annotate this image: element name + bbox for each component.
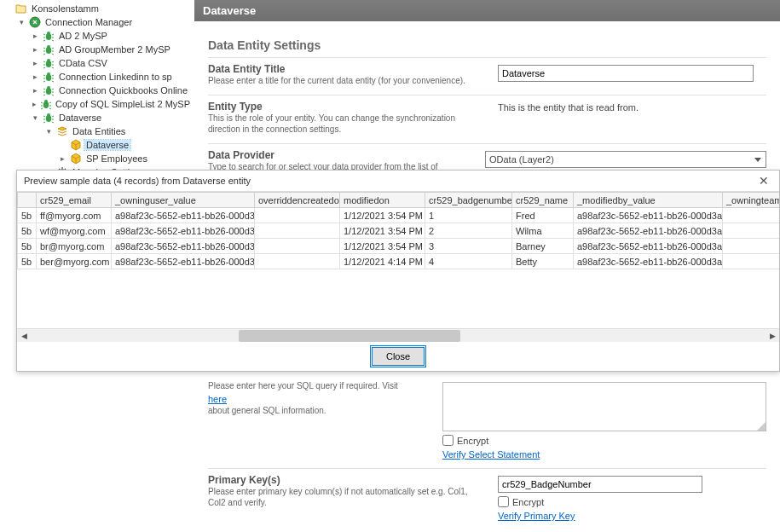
table-row[interactable]: 5bwf@myorg.coma98af23c-5652-eb11-bb26-00… bbox=[18, 223, 780, 239]
close-icon[interactable]: ✕ bbox=[755, 174, 772, 188]
column-header[interactable]: _modifiedby_value bbox=[574, 193, 723, 208]
column-header[interactable]: _owningteam_value bbox=[723, 193, 780, 208]
table-row[interactable]: 5bber@myorg.coma98af23c-5652-eb11-bb26-0… bbox=[18, 254, 780, 269]
tree-label: AD GroupMember 2 MySP bbox=[57, 44, 172, 55]
entity-title-hint: Please enter a title for the current dat… bbox=[208, 75, 481, 86]
tree-connection-item[interactable]: ▸Connection Quickbooks Online bbox=[3, 84, 192, 97]
tree-connection-item[interactable]: ▸Connection Linkedinn to sp bbox=[3, 70, 192, 84]
column-header[interactable]: cr529_name bbox=[512, 193, 574, 208]
scroll-left-icon[interactable]: ◀ bbox=[17, 329, 31, 343]
sql-textarea[interactable] bbox=[442, 382, 766, 431]
collapse-icon[interactable]: ▾ bbox=[17, 18, 26, 27]
tree-root[interactable]: ▸ Konsolenstamm bbox=[3, 2, 192, 15]
entity-title-input[interactable] bbox=[498, 65, 754, 82]
cell: a98af23c-5652-eb11-bb26-000d3aab6b87 bbox=[574, 239, 723, 254]
connection-icon bbox=[42, 29, 55, 43]
tree-label: Copy of SQL SimpleList 2 MySP bbox=[54, 99, 192, 109]
stack-icon bbox=[55, 124, 69, 138]
tree-connection-item[interactable]: ▸Copy of SQL SimpleList 2 MySP bbox=[3, 97, 192, 111]
data-provider-select[interactable]: OData (Layer2) bbox=[485, 151, 766, 168]
tree-label: Connection Manager bbox=[43, 17, 134, 27]
cell: ber@myorg.com bbox=[37, 254, 112, 269]
cell bbox=[723, 208, 780, 223]
cell: 2 bbox=[425, 223, 512, 239]
encrypt-pk-checkbox[interactable]: Encrypt bbox=[498, 496, 544, 507]
verify-select-link[interactable]: Verify Select Statement bbox=[442, 449, 540, 460]
connection-icon bbox=[40, 97, 52, 111]
verify-pk-link[interactable]: Verify Primary Key bbox=[498, 511, 575, 521]
table-row[interactable]: 5bbr@myorg.coma98af23c-5652-eb11-bb26-00… bbox=[18, 239, 780, 254]
scroll-right-icon[interactable]: ▶ bbox=[766, 329, 779, 343]
expand-icon[interactable]: ▸ bbox=[31, 32, 40, 41]
tree-connection-item[interactable]: ▸AD 2 MySP bbox=[3, 29, 192, 43]
tree-entity-item[interactable]: ▸Dataverse bbox=[3, 138, 192, 152]
tree-connection-item[interactable]: ▸CData CSV bbox=[3, 56, 192, 70]
data-provider-value: OData (Layer2) bbox=[489, 154, 554, 165]
expand-icon[interactable]: ▸ bbox=[31, 59, 40, 68]
expand-icon[interactable]: ▸ bbox=[31, 72, 40, 82]
cell bbox=[255, 239, 340, 254]
expand-icon[interactable]: ▸ bbox=[31, 45, 40, 55]
section-title: Data Entity Settings bbox=[208, 38, 766, 52]
table-row[interactable]: 5bff@myorg.coma98af23c-5652-eb11-bb26-00… bbox=[18, 208, 780, 223]
tree-data-entities[interactable]: ▾Data Entities bbox=[3, 124, 192, 138]
preview-dialog: Preview sample data (4 records) from Dat… bbox=[16, 170, 780, 372]
column-header[interactable]: modifiedon bbox=[340, 193, 425, 208]
cell bbox=[723, 223, 780, 239]
field-entity-type: Entity Type This is the role of your ent… bbox=[208, 95, 766, 143]
cell: 1/12/2021 3:54 PM bbox=[340, 223, 425, 239]
tree-connection-manager[interactable]: ▾ Connection Manager bbox=[3, 15, 192, 29]
pk-hint: Please enter primary key column(s) if no… bbox=[208, 486, 481, 508]
entity-type-value: This is the entity that is read from. bbox=[498, 101, 766, 135]
column-header[interactable]: _owninguser_value bbox=[112, 193, 255, 208]
scroll-thumb[interactable] bbox=[239, 330, 460, 342]
connection-icon bbox=[42, 84, 55, 97]
column-header[interactable]: overriddencreatedon bbox=[255, 193, 340, 208]
column-header[interactable] bbox=[18, 193, 37, 208]
tree-label: CData CSV bbox=[57, 58, 109, 68]
tree-entity-item[interactable]: ▸SP Employees bbox=[3, 152, 192, 165]
folder-icon bbox=[14, 2, 28, 15]
cell bbox=[723, 239, 780, 254]
collapse-icon[interactable]: ▾ bbox=[31, 113, 40, 123]
data-provider-label: Data Provider bbox=[208, 149, 468, 161]
entity-type-hint: This is the role of your entity. You can… bbox=[208, 113, 481, 135]
column-header[interactable]: cr529_badgenumber bbox=[425, 193, 512, 208]
connection-icon bbox=[42, 111, 55, 124]
sql-hint: Please enter here your SQL query if requ… bbox=[208, 380, 425, 416]
resize-handle-icon[interactable] bbox=[757, 422, 766, 431]
entity-icon bbox=[69, 138, 83, 152]
cell: a98af23c-5652-eb11-bb26-000d3aab6b87 bbox=[112, 223, 255, 239]
cell: a98af23c-5652-eb11-bb26-000d3aab6b87 bbox=[112, 208, 255, 223]
sql-link[interactable]: here bbox=[208, 393, 227, 405]
cell: 5b bbox=[18, 239, 37, 254]
column-header[interactable]: cr529_email bbox=[37, 193, 112, 208]
primary-key-input[interactable] bbox=[498, 476, 702, 493]
expand-icon[interactable]: ▸ bbox=[31, 100, 38, 109]
tree-label: Dataverse bbox=[57, 113, 103, 123]
close-button[interactable]: Close bbox=[372, 347, 425, 366]
encrypt-sql-checkbox[interactable]: Encrypt bbox=[442, 435, 488, 446]
cell: a98af23c-5652-eb11-bb26-000d3aab6b87 bbox=[574, 208, 723, 223]
connection-icon bbox=[42, 56, 55, 70]
cell bbox=[255, 223, 340, 239]
cell: 1/12/2021 4:14 PM bbox=[340, 254, 425, 269]
tree-connection-item[interactable]: ▸AD GroupMember 2 MySP bbox=[3, 43, 192, 56]
cell: 3 bbox=[425, 239, 512, 254]
cell bbox=[723, 254, 780, 269]
preview-grid[interactable]: cr529_email_owninguser_valueoverriddencr… bbox=[17, 191, 779, 328]
cell: Fred bbox=[512, 208, 574, 223]
collapse-icon[interactable]: ▾ bbox=[44, 127, 54, 136]
horizontal-scrollbar[interactable]: ◀ ▶ bbox=[17, 328, 779, 342]
tree-connection-item[interactable]: ▾Dataverse bbox=[3, 111, 192, 124]
cell: 4 bbox=[425, 254, 512, 269]
cell: a98af23c-5652-eb11-bb26-000d3aab6b87 bbox=[112, 239, 255, 254]
cell: 5b bbox=[18, 208, 37, 223]
expand-icon[interactable]: ▸ bbox=[31, 86, 40, 95]
tree-label: SP Employees bbox=[84, 153, 149, 164]
connection-manager-icon bbox=[28, 15, 42, 29]
expand-icon[interactable]: ▸ bbox=[58, 154, 67, 164]
field-sql: Please enter here your SQL query if requ… bbox=[208, 375, 766, 468]
cell: 1 bbox=[425, 208, 512, 223]
tree-label: Konsolenstamm bbox=[30, 3, 101, 14]
